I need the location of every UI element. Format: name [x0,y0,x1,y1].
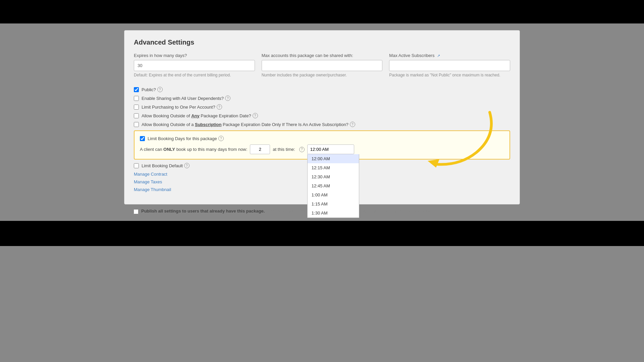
limit-purchasing-help-icon[interactable]: ? [217,104,222,110]
limit-default-help-icon[interactable]: ? [184,163,190,168]
public-help-icon[interactable]: ? [157,87,163,92]
expires-label: Expires in how many days? [134,53,255,58]
settings-card: Advanced Settings Expires in how many da… [124,30,520,204]
limit-booking-highlight-box: Limit Booking Days for this package ? A … [134,130,510,160]
max-subscribers-field-group: Max Active Subscribers ↗ Package is mark… [389,53,510,77]
allow-booking-any-help-icon[interactable]: ? [253,113,258,118]
limit-booking-checkbox-row: Limit Booking Days for this package ? [140,136,504,141]
bottom-black-bar [0,221,644,246]
days-input[interactable] [250,144,270,154]
limit-purchasing-checkbox[interactable] [134,105,139,110]
client-label: A client can ONLY book up to this many d… [140,147,247,152]
allow-booking-any-checkbox-row: Allow Booking Outside of Any Package Exp… [134,113,510,118]
limit-booking-label: Limit Booking Days for this package [148,136,217,141]
max-accounts-helper: Number includes the package owner/purcha… [262,73,383,77]
max-subscribers-helper: Package is marked as "Not Public" once m… [389,73,510,77]
max-accounts-label: Max accounts this package can be shared … [262,53,383,58]
max-accounts-input[interactable] [262,60,383,71]
section-title: Advanced Settings [134,39,510,46]
at-this-time-help-icon[interactable]: ? [299,147,305,152]
inline-fields: A client can ONLY book up to this many d… [140,144,504,154]
time-option-1230am[interactable]: 12:30 AM [308,172,359,181]
at-this-time-label: at this time: [273,147,295,152]
sharing-label: Enable Sharing with All User Dependents? [142,96,224,101]
time-dropdown-container: 12:00 AM 12:15 AM 12:30 AM 12:45 AM 1:00… [307,144,354,154]
sharing-checkbox-row: Enable Sharing with All User Dependents?… [134,96,510,101]
max-accounts-field-group: Max accounts this package can be shared … [262,53,383,77]
allow-booking-sub-label: Allow Booking Outside of a Subscription … [142,122,348,127]
limit-default-checkbox[interactable] [134,163,139,168]
time-option-1200am[interactable]: 12:00 AM [308,154,359,163]
external-link-icon: ↗ [437,54,440,58]
fields-row: Expires in how many days? Default: Expir… [134,53,510,77]
time-option-115am[interactable]: 1:15 AM [308,199,359,208]
limit-purchasing-label: Limit Purchasing to One Per Account? [142,105,215,110]
limit-booking-checkbox[interactable] [140,136,145,141]
limit-purchasing-checkbox-row: Limit Purchasing to One Per Account? ? [134,104,510,110]
time-option-1215am[interactable]: 12:15 AM [308,163,359,172]
allow-booking-sub-help-icon[interactable]: ? [350,122,355,127]
time-option-130am[interactable]: 1:30 AM [308,208,359,218]
limit-booking-help-icon[interactable]: ? [218,136,224,141]
sharing-checkbox[interactable] [134,96,139,101]
public-checkbox[interactable] [134,87,139,92]
publish-checkbox[interactable] [133,209,139,214]
limit-default-label: Limit Booking Default [142,163,183,168]
expires-helper: Default: Expires at the end of the curre… [134,73,255,77]
time-input[interactable] [307,144,354,154]
publish-label: Publish all settings to users that alrea… [141,208,437,214]
allow-booking-any-label: Allow Booking Outside of Any Package Exp… [142,113,251,118]
max-subscribers-label: Max Active Subscribers ↗ [389,53,510,58]
public-checkbox-row: Public? ? [134,87,510,92]
time-option-100am[interactable]: 1:00 AM [308,190,359,199]
sharing-help-icon[interactable]: ? [225,96,230,101]
main-content: Advanced Settings Expires in how many da… [0,23,644,221]
time-dropdown: 12:00 AM 12:15 AM 12:30 AM 12:45 AM 1:00… [307,154,359,218]
allow-booking-sub-checkbox-row: Allow Booking Outside of a Subscription … [134,122,510,127]
expires-field-group: Expires in how many days? Default: Expir… [134,53,255,77]
top-black-bar [0,0,644,23]
max-subscribers-input[interactable] [389,60,510,71]
public-label: Public? [142,87,156,92]
time-option-1245am[interactable]: 12:45 AM [308,181,359,190]
allow-booking-sub-checkbox[interactable] [134,122,139,127]
allow-booking-any-checkbox[interactable] [134,113,139,118]
expires-input[interactable] [134,60,255,71]
